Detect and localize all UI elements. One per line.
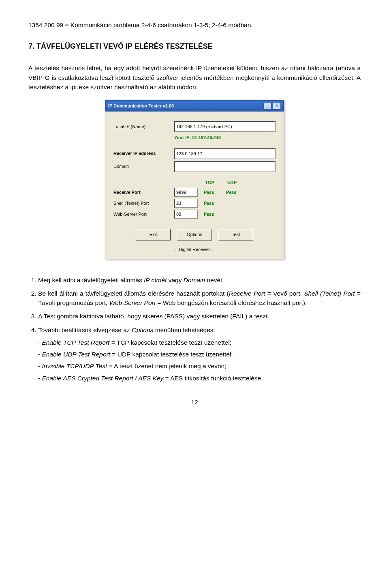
your-ip-line: Your IP: 81.182.46.243 bbox=[174, 134, 276, 141]
sub1-t: = TCP kapcsolat tesztelése teszt üzenett… bbox=[109, 339, 231, 346]
list-item-4: További beállítások elvégzése az Options… bbox=[38, 325, 361, 383]
li4-suffix: menüben lehetséges: bbox=[153, 326, 215, 333]
receive-port-label: Receive Port bbox=[113, 189, 174, 196]
close-icon[interactable]: × bbox=[273, 102, 281, 109]
local-ip-label: Local IP (Name) bbox=[113, 123, 174, 130]
li4-prefix: További beállítások elvégzése az bbox=[38, 326, 132, 333]
list-item-2: Be kell állítani a távfelügyeleti állomá… bbox=[38, 289, 361, 308]
sub3-t: = A teszt üzenet nem jelenik meg a vevőn… bbox=[107, 363, 226, 369]
domain-label: Domain bbox=[113, 163, 174, 170]
shell-port-label: Shell (Telnet) Port bbox=[113, 200, 174, 207]
receive-port-row: Receive Port Pass Pass bbox=[113, 188, 276, 197]
li2-t1: Be kell állítani a távfelügyeleti állomá… bbox=[38, 290, 229, 297]
app-body: Local IP (Name) Your IP: 81.182.46.243 R… bbox=[105, 112, 284, 259]
titlebar: IP Communication Tester v1.03 _ × bbox=[105, 100, 284, 112]
receiver-ip-label: Receiver IP address bbox=[113, 150, 174, 157]
exit-button[interactable]: Exit bbox=[136, 229, 171, 240]
col-udp: UDP bbox=[221, 179, 243, 186]
web-port-row: Web-Server Port Pass bbox=[113, 210, 276, 219]
li1-text: Meg kell adni a távfelügyeleti állomás bbox=[38, 277, 144, 283]
receive-port-input[interactable] bbox=[174, 188, 198, 197]
receive-tcp-result: Pass bbox=[198, 189, 220, 196]
sub4-i: Enable AES Crypted Test Report / AES Key bbox=[42, 375, 163, 382]
shell-port-input[interactable] bbox=[174, 199, 198, 208]
list-item-1: Meg kell adni a távfelügyeleti állomás I… bbox=[38, 275, 361, 285]
test-button[interactable]: Test bbox=[218, 229, 253, 240]
local-ip-row: Local IP (Name) bbox=[113, 121, 276, 132]
your-ip-label: Your IP: bbox=[174, 135, 191, 140]
li1-suffix: nevét. bbox=[205, 277, 224, 283]
web-port-input[interactable] bbox=[174, 210, 198, 219]
window-title: IP Communication Tester v1.03 bbox=[108, 103, 262, 109]
li2-t4: = Web böngészőn keresztüli eléréshez has… bbox=[156, 299, 307, 306]
li2-i2: Shell (Telnet) Port bbox=[304, 290, 355, 297]
li1-italic1: IP címét bbox=[144, 277, 167, 283]
li4-italic: Options bbox=[132, 326, 153, 333]
sub2-i: Enable UDP Test Report bbox=[42, 351, 110, 358]
intro-paragraph: A tesztelés hasznos lehet, ha egy adott … bbox=[28, 63, 361, 92]
receiver-ip-input[interactable] bbox=[174, 148, 276, 159]
receive-udp-result: Pass bbox=[220, 189, 242, 196]
li2-i1: Receive Port bbox=[229, 290, 265, 297]
intro-line: 1354 200 99 = Kommunikáció probléma 2-4-… bbox=[28, 20, 361, 30]
port-header-row: TCP UDP bbox=[113, 179, 276, 186]
options-button[interactable]: Options bbox=[177, 229, 212, 240]
sub-item-2: - Enable UDP Test Report = UDP kapcsolat… bbox=[38, 350, 361, 359]
minimize-icon[interactable]: _ bbox=[263, 102, 271, 109]
instruction-list: Meg kell adni a távfelügyeleti állomás I… bbox=[28, 275, 361, 383]
page-number: 12 bbox=[28, 397, 361, 407]
sub1-i: Enable TCP Test Report bbox=[42, 339, 109, 346]
li2-t2: = Vevő port; bbox=[265, 290, 304, 297]
list-item-3: A Test gombra kattintva látható, hogy si… bbox=[38, 311, 361, 321]
web-port-label: Web-Server Port bbox=[113, 211, 174, 218]
web-tcp-result: Pass bbox=[198, 211, 220, 218]
sub3-i: Invisible TCP/UDP Test bbox=[42, 363, 107, 369]
li2-i3: Web Server Port bbox=[109, 299, 156, 306]
sub-items: - Enable TCP Test Report = TCP kapcsolat… bbox=[38, 338, 361, 383]
app-window: IP Communication Tester v1.03 _ × Local … bbox=[105, 100, 284, 259]
section-heading: 7. TÁVFELÜGYELETI VEVŐ IP ELÉRÉS TESZTEL… bbox=[28, 41, 361, 52]
button-row: Exit Options Test bbox=[113, 229, 276, 240]
li1-italic2: Domain bbox=[184, 277, 205, 283]
receiver-ip-row: Receiver IP address bbox=[113, 148, 276, 159]
li1-mid: vagy bbox=[167, 277, 183, 283]
sub2-t: = UDP kapcsolat tesztelése teszt üzenett… bbox=[110, 351, 233, 358]
sub-item-4: - Enable AES Crypted Test Report / AES K… bbox=[38, 373, 361, 383]
screenshot-wrapper: IP Communication Tester v1.03 _ × Local … bbox=[28, 100, 361, 259]
domain-row: Domain bbox=[113, 161, 276, 172]
shell-port-row: Shell (Telnet) Port Pass bbox=[113, 199, 276, 208]
sub4-t: = AES titkosítás funkció tesztelése. bbox=[163, 375, 263, 382]
shell-tcp-result: Pass bbox=[198, 200, 220, 207]
sub-item-3: - Invisible TCP/UDP Test = A teszt üzene… bbox=[38, 361, 361, 371]
domain-input[interactable] bbox=[174, 161, 276, 172]
local-ip-input[interactable] bbox=[174, 121, 276, 132]
app-footer-caption: .: Digital Receiver :. bbox=[113, 246, 276, 253]
col-tcp: TCP bbox=[199, 179, 221, 186]
your-ip-value: 81.182.46.243 bbox=[192, 135, 220, 140]
sub-item-1: - Enable TCP Test Report = TCP kapcsolat… bbox=[38, 338, 361, 347]
